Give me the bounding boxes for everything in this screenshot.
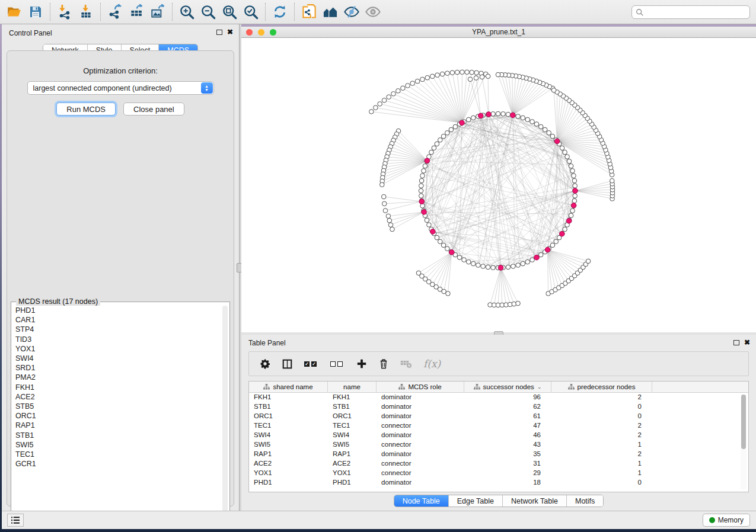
cell-predecessor_nodes[interactable]: 0: [551, 402, 652, 412]
memory-button[interactable]: Memory: [703, 514, 750, 527]
result-list-scrollbar[interactable]: [222, 306, 228, 517]
table-settings-button[interactable]: [260, 358, 270, 369]
mcds-result-item[interactable]: STP4: [12, 325, 216, 334]
cell-successor_nodes[interactable]: 18: [464, 478, 551, 488]
cell-predecessor_nodes[interactable]: 2: [551, 450, 652, 459]
share-document-button[interactable]: [299, 2, 319, 21]
show-column-panel-button[interactable]: [282, 359, 292, 369]
cell-mcds_role[interactable]: connector: [377, 440, 464, 450]
mcds-result-item[interactable]: TEC1: [12, 450, 216, 459]
cell-name[interactable]: PHD1: [328, 478, 377, 488]
cell-successor_nodes[interactable]: 29: [464, 469, 551, 478]
export-network-button[interactable]: [105, 2, 125, 21]
hide-panel-button[interactable]: [342, 2, 362, 21]
float-table-panel-icon[interactable]: [733, 340, 739, 345]
table-row[interactable]: STB1STB1dominator620: [249, 402, 748, 412]
table-row[interactable]: SWI5SWI5connector431: [249, 440, 748, 450]
cell-predecessor_nodes[interactable]: 0: [551, 478, 652, 488]
delete-column-button[interactable]: [379, 358, 388, 369]
mcds-result-item[interactable]: ACE2: [12, 392, 216, 402]
cell-shared_name[interactable]: FKH1: [249, 393, 328, 402]
cell-mcds_role[interactable]: dominator: [377, 478, 464, 488]
table-row[interactable]: RAP1RAP1dominator352: [249, 450, 748, 459]
cell-mcds_role[interactable]: connector: [377, 421, 464, 431]
cell-name[interactable]: RAP1: [328, 450, 377, 459]
cell-successor_nodes[interactable]: 43: [464, 440, 551, 450]
import-network-button[interactable]: [55, 2, 75, 21]
column-header-shared-name[interactable]: shared name: [249, 382, 328, 392]
zoom-in-button[interactable]: [177, 2, 197, 21]
search-input[interactable]: [644, 7, 746, 18]
cell-name[interactable]: ACE2: [328, 459, 377, 469]
table-row[interactable]: ACE2ACE2connector311: [249, 459, 748, 469]
mcds-result-item[interactable]: CAR1: [12, 315, 216, 325]
table-row[interactable]: ORC1ORC1dominator610: [249, 412, 748, 421]
cell-name[interactable]: SWI4: [328, 431, 377, 440]
cell-successor_nodes[interactable]: 47: [464, 421, 551, 431]
search-box[interactable]: [631, 5, 750, 19]
cell-mcds_role[interactable]: connector: [377, 469, 464, 478]
cell-shared_name[interactable]: ORC1: [249, 412, 328, 421]
mcds-result-item[interactable]: YOX1: [12, 344, 216, 354]
task-history-button[interactable]: [7, 514, 24, 527]
close-panel-button[interactable]: Close panel: [123, 102, 184, 116]
cell-name[interactable]: TEC1: [328, 421, 377, 431]
mcds-result-item[interactable]: STB5: [12, 402, 216, 411]
tab-motifs[interactable]: Motifs: [567, 495, 603, 507]
network-graph[interactable]: [241, 38, 756, 332]
unselect-all-columns-button[interactable]: [330, 361, 344, 367]
cell-mcds_role[interactable]: connector: [377, 459, 464, 469]
cell-mcds_role[interactable]: dominator: [377, 393, 464, 402]
table-row[interactable]: FKH1FKH1dominator962: [249, 393, 748, 402]
cell-successor_nodes[interactable]: 61: [464, 412, 551, 421]
close-table-panel-icon[interactable]: ✖: [744, 339, 750, 345]
mcds-result-item[interactable]: RAP1: [12, 421, 216, 430]
cell-shared_name[interactable]: SWI4: [249, 431, 328, 440]
cell-name[interactable]: STB1: [328, 402, 377, 412]
table-row[interactable]: YOX1YOX1connector291: [249, 469, 748, 478]
mcds-result-item[interactable]: STB1: [12, 430, 216, 440]
float-panel-icon[interactable]: [216, 30, 222, 35]
save-session-button[interactable]: [25, 2, 46, 21]
cell-successor_nodes[interactable]: 35: [464, 450, 551, 459]
tab-edge-table[interactable]: Edge Table: [449, 495, 503, 507]
table-row[interactable]: TEC1TEC1connector472: [249, 421, 748, 431]
cell-successor_nodes[interactable]: 31: [464, 459, 551, 469]
cell-mcds_role[interactable]: dominator: [377, 450, 464, 459]
zoom-fit-button[interactable]: [219, 2, 240, 21]
export-image-button[interactable]: [148, 2, 168, 21]
open-file-button[interactable]: [4, 2, 24, 21]
zoom-selected-button[interactable]: [241, 2, 261, 21]
minimize-window-icon[interactable]: [258, 29, 264, 36]
import-table-button[interactable]: [76, 2, 96, 21]
cell-shared_name[interactable]: STB1: [249, 402, 328, 412]
table-scrollbar[interactable]: [741, 395, 747, 489]
show-panel-button[interactable]: [363, 2, 383, 21]
column-header-predecessor-nodes[interactable]: predecessor nodes: [551, 382, 652, 392]
home-button[interactable]: [320, 2, 340, 21]
mcds-result-item[interactable]: SWI4: [12, 354, 216, 363]
mcds-result-item[interactable]: SRD1: [12, 363, 216, 373]
table-row[interactable]: PHD1PHD1dominator180: [249, 478, 748, 488]
mcds-result-item[interactable]: ORC1: [12, 411, 216, 421]
cell-successor_nodes[interactable]: 96: [464, 393, 551, 402]
cell-predecessor_nodes[interactable]: 1: [551, 459, 652, 469]
cell-predecessor_nodes[interactable]: 2: [551, 393, 652, 402]
select-all-columns-button[interactable]: ✓✓: [304, 361, 318, 367]
close-window-icon[interactable]: [246, 29, 253, 36]
column-header-MCDS-role[interactable]: MCDS role: [377, 382, 464, 392]
mcds-result-item[interactable]: GCR1: [12, 459, 216, 469]
tab-network-table[interactable]: Network Table: [503, 495, 567, 507]
mcds-result-item[interactable]: SWI5: [12, 440, 216, 450]
cell-successor_nodes[interactable]: 62: [464, 402, 551, 412]
cell-predecessor_nodes[interactable]: 0: [551, 412, 652, 421]
cell-name[interactable]: YOX1: [328, 469, 377, 478]
close-panel-icon[interactable]: ✖: [227, 29, 233, 35]
cell-shared_name[interactable]: YOX1: [249, 469, 328, 478]
cell-name[interactable]: SWI5: [328, 440, 377, 450]
mcds-result-item[interactable]: PMA2: [12, 373, 216, 382]
cell-mcds_role[interactable]: dominator: [377, 402, 464, 412]
cell-shared_name[interactable]: ACE2: [249, 459, 328, 469]
column-header-successor-nodes[interactable]: successor nodes⌄: [464, 382, 551, 392]
maximize-window-icon[interactable]: [270, 29, 276, 36]
